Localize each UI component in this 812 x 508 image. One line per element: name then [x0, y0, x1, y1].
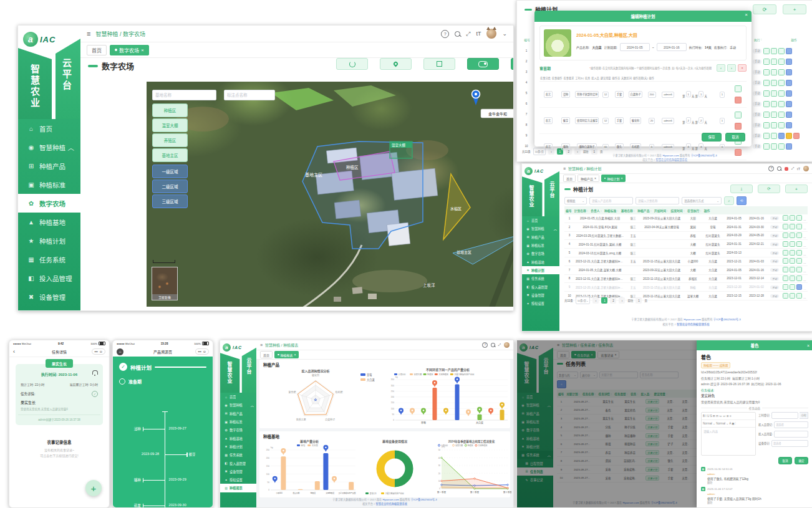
- table-row[interactable]: 手动: [753, 120, 811, 130]
- breadcrumb-parent[interactable]: 智慧种植: [568, 167, 583, 171]
- table-row[interactable]: 5 2024-03-13,红叶甜菜头,omg,大棚 张三 大棚 红叶甜菜头 20…: [564, 249, 808, 257]
- region-level-button[interactable]: 一级区域: [152, 165, 188, 178]
- home-button[interactable]: ⌂: [117, 348, 123, 355]
- table-row[interactable]: 手动: [753, 77, 811, 88]
- delete-phase-button[interactable]: ×: [738, 64, 747, 72]
- cycle-input[interactable]: 1: [720, 144, 725, 150]
- refresh-button[interactable]: ⟳: [753, 4, 776, 14]
- search-icon[interactable]: [455, 31, 460, 37]
- tab-close-icon[interactable]: ×: [294, 353, 296, 357]
- minimize-icon[interactable]: ⊙: [203, 350, 206, 353]
- day-to-input[interactable]: 2: [698, 117, 703, 123]
- add-button[interactable]: +: [783, 4, 806, 14]
- editor-toolbar-row1[interactable]: B I U S ⊞ ⊟ ≔ ≕ ≣ ≡: [702, 413, 755, 420]
- column-header[interactable]: 农事执行↕: [686, 208, 703, 213]
- sidebar-item[interactable]: ▣ 种植标准: [522, 241, 559, 249]
- table-row[interactable]: 8 2023-12-01,大白菜,卫星大数据科technology... 张三 …: [564, 275, 808, 284]
- product-name-input[interactable]: [589, 197, 633, 204]
- sidebar-item[interactable]: ⊞ 种植产品: [522, 233, 559, 241]
- sidebar-item[interactable]: ◧ 投入品管理: [220, 459, 256, 467]
- row-action-buttons[interactable]: [763, 122, 792, 128]
- goto-page-input[interactable]: 1: [636, 297, 642, 304]
- form-input[interactable]: [774, 421, 808, 428]
- hours-input[interactable]: 12: [602, 92, 609, 98]
- page-1-button[interactable]: 1: [601, 297, 607, 304]
- sidebar-item[interactable]: ◉ 智慧种植 ︿: [220, 401, 256, 409]
- plan-name-input[interactable]: [636, 197, 679, 204]
- avatar[interactable]: [504, 342, 510, 348]
- marker-name-search-input[interactable]: [224, 90, 275, 100]
- layer-toggle-button-1[interactable]: [467, 58, 499, 70]
- layer-toggle-button-2[interactable]: [511, 58, 514, 70]
- table-row[interactable]: 9 2023-12-20,大白菜,卫星大数据科technology... 王五 …: [564, 283, 808, 292]
- add-op-button[interactable]: [735, 112, 742, 118]
- sidebar-item[interactable]: ▦ 任务系统: [220, 451, 256, 459]
- reset-button[interactable]: ⟲: [737, 196, 747, 205]
- row-action-buttons[interactable]: [763, 69, 792, 75]
- fullscreen-icon[interactable]: ⤢: [791, 166, 794, 171]
- refresh-button[interactable]: [336, 58, 368, 70]
- table-row[interactable]: 手动: [753, 109, 811, 120]
- export-button[interactable]: ⤓: [730, 185, 753, 193]
- input-item-input[interactable]: 有机肥: [630, 143, 642, 150]
- sidebar-item[interactable]: ⌂ 首页: [522, 216, 559, 224]
- delete-op-button[interactable]: [735, 97, 742, 103]
- form-input[interactable]: [771, 412, 798, 419]
- category-input[interactable]: 农艺: [544, 117, 553, 124]
- exec-mode-select[interactable]: 请选择执行方式⌄: [682, 197, 722, 204]
- column-header[interactable]: 负责人↕: [589, 208, 603, 213]
- row-action-buttons[interactable]: [781, 224, 808, 230]
- sidebar-item[interactable]: ◉ 智慧种植 ︿: [522, 224, 559, 232]
- refresh-button[interactable]: ⟳: [758, 185, 780, 193]
- column-header[interactable]: 种植产品↕: [636, 208, 653, 213]
- layer-switcher[interactable]: 卫星影像: [152, 267, 178, 300]
- breadcrumb-parent[interactable]: 智慧种植: [95, 31, 118, 37]
- row-action-buttons[interactable]: [763, 133, 800, 139]
- satellite-map[interactable]: 基地主区 种植区 温室大棚 水稻区 基地主区 上坂洋: [147, 82, 514, 307]
- add-record-fab[interactable]: +: [85, 480, 102, 496]
- footer-link[interactable]: Hyawson.com: [382, 498, 399, 501]
- column-header[interactable]: 编号: [564, 208, 573, 213]
- menu-collapse-icon[interactable]: ≡: [563, 166, 566, 171]
- requirement-input[interactable]: 播种白菜种子: [577, 143, 596, 150]
- table-row[interactable]: 手动: [753, 141, 811, 151]
- end-date-input[interactable]: 2024-01-16: [657, 43, 687, 51]
- row-action-buttons[interactable]: [781, 284, 808, 290]
- table-row[interactable]: 1 2024-01-05,大白菜,种植区,大田 张三 2023-09-22无公害…: [564, 214, 808, 223]
- cycle-input[interactable]: 1: [720, 92, 725, 98]
- input-item-input[interactable]: 催化剂: [630, 117, 642, 124]
- row-action-buttons[interactable]: [781, 267, 808, 273]
- row-action-buttons[interactable]: [781, 241, 808, 247]
- minimize-icon[interactable]: ⊙: [100, 350, 102, 353]
- row-action-buttons[interactable]: [763, 101, 792, 107]
- quantity-input[interactable]: 20: [649, 118, 655, 124]
- close-icon[interactable]: ×: [745, 12, 748, 17]
- operator-input[interactable]: admin6: [662, 118, 674, 124]
- tab-close-icon[interactable]: ×: [594, 176, 596, 180]
- font-size-icon[interactable]: tT: [476, 31, 481, 37]
- sidebar-item[interactable]: ✿ 数字农场: [522, 249, 559, 257]
- table-row[interactable]: 手动: [753, 98, 811, 109]
- per-page-select[interactable]: 10条/页 ⌄: [576, 297, 591, 304]
- start-date-input[interactable]: 2024-01-05: [620, 43, 650, 51]
- search-button[interactable]: ⌕: [724, 196, 734, 205]
- prev-page-button[interactable]: ‹: [592, 297, 599, 304]
- tool-input[interactable]: 手套: [615, 117, 624, 124]
- table-row[interactable]: 手动: [753, 88, 811, 98]
- draw-area-button[interactable]: [423, 58, 455, 70]
- page-tab[interactable]: 种植产品 ×: [578, 175, 599, 182]
- sidebar-item[interactable]: ▦ 任务系统: [18, 250, 80, 269]
- table-row[interactable]: 2 2024-01-31,草莓,8号Ⅱ,果园 张三 2023-04-06无公害大…: [564, 223, 808, 232]
- sidebar-item[interactable]: ★ 种植计划: [18, 231, 80, 250]
- sidebar-item[interactable]: ✦ 授权设置: [18, 306, 80, 311]
- check-circle-icon[interactable]: ✓: [92, 391, 98, 397]
- sidebar-item[interactable]: ⊞ 种植产品: [18, 156, 80, 175]
- operation-input[interactable]: 催芽: [561, 117, 570, 124]
- table-row[interactable]: 手动: [753, 67, 811, 77]
- back-icon[interactable]: ‹: [13, 348, 15, 355]
- rich-text-editor[interactable]: B I U S ⊞ ⊟ ≔ ≕ ≣ ≡ Normal ⌄ Normal ⌄ A …: [701, 412, 756, 456]
- page-tab[interactable]: 数字农场 ×: [110, 45, 149, 55]
- row-action-buttons[interactable]: [763, 90, 792, 97]
- sidebar-item[interactable]: ▲ 种植基地: [18, 213, 80, 231]
- page-2-button[interactable]: 2: [610, 297, 616, 304]
